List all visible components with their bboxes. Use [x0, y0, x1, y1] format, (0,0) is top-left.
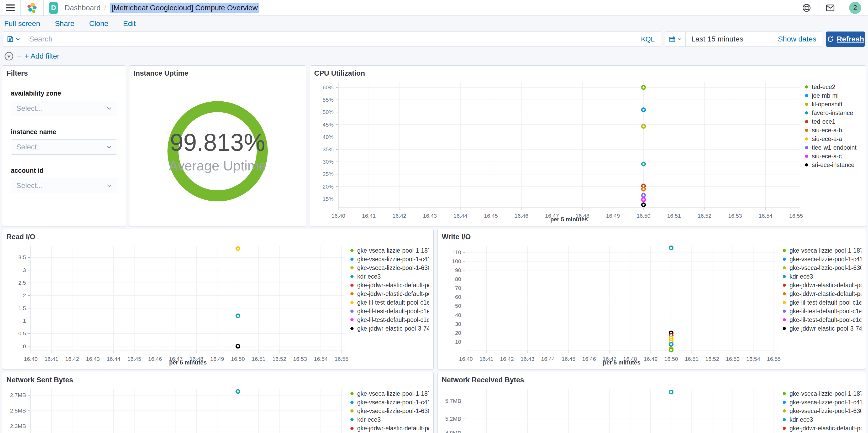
account-id-select[interactable]: Select... [11, 178, 117, 193]
legend-item[interactable]: gke-lil-test-default-pool-c1e... [783, 317, 862, 323]
legend-dot-icon [783, 392, 786, 395]
legend-item[interactable]: gke-vseca-lizzie-pool-1-1877... [350, 248, 429, 253]
legend-label: joe-mb-ml [812, 92, 839, 99]
clone-link[interactable]: Clone [89, 20, 108, 28]
legend-item[interactable]: gke-vseca-lizzie-pool-1-c417... [350, 256, 429, 262]
data-point [236, 390, 240, 393]
legend-item[interactable]: ted-ece2 [805, 84, 862, 90]
edit-link[interactable]: Edit [123, 20, 136, 28]
legend-item[interactable]: gke-jddwr-elastic-default-po... [350, 291, 429, 297]
legend-item[interactable]: kdr-ece3 [783, 417, 862, 423]
legend-item[interactable]: gke-vseca-lizzie-pool-1-c417... [783, 256, 862, 262]
legend-label: gke-jddwr-elastic-pool-3-74... [789, 325, 862, 332]
select-placeholder: Select... [16, 181, 106, 190]
show-dates-button[interactable]: Show dates [778, 35, 822, 43]
write-io-chart: 16:4016:4116:4216:4316:4416:4516:4616:47… [442, 242, 862, 367]
legend-item[interactable]: siu-ece-a-a [805, 136, 862, 142]
legend-item[interactable]: favero-instance [805, 110, 862, 116]
legend-item[interactable]: gke-jddwr-elastic-default-po... [350, 425, 429, 431]
legend-item[interactable]: gke-lil-test-default-pool-c1e... [350, 299, 429, 306]
legend-item[interactable]: gke-vseca-lizzie-pool-1-630... [783, 408, 862, 414]
legend-item[interactable]: joe-mb-ml [805, 93, 862, 98]
data-point [642, 198, 645, 201]
data-point [670, 390, 673, 394]
instance-name-select[interactable]: Select... [11, 139, 117, 155]
legend-item[interactable]: gke-lil-test-default-pool-c1e... [783, 299, 862, 306]
legend-item[interactable]: gke-jddwr-elastic-default-po... [783, 425, 862, 431]
query-language-button[interactable]: KQL [641, 35, 661, 43]
quick-select-menu-button[interactable] [665, 32, 686, 47]
help-button[interactable] [795, 0, 818, 16]
legend-item[interactable]: gke-jddwr-elastic-default-po... [783, 282, 862, 288]
filter-field-account-id: account id Select... [11, 167, 117, 193]
legend-item[interactable]: gke-lil-test-default-pool-c1e... [350, 308, 429, 314]
legend-item[interactable]: ted-ece1 [805, 119, 862, 124]
legend-item[interactable]: gke-jddwr-elastic-pool-3-74... [350, 326, 429, 331]
legend-item[interactable]: gke-vseca-lizzie-pool-1-1877... [783, 248, 862, 253]
chart-canvas: 16:4016:4116:4216:4316:4416:4516:4616:47… [6, 242, 350, 367]
space-badge[interactable]: D [49, 2, 58, 13]
legend-label: gke-lil-test-default-pool-c1e... [357, 308, 429, 315]
legend-item[interactable]: gke-vseca-lizzie-pool-1-630... [350, 408, 429, 414]
x-axis-tick-label: 16:41 [479, 356, 493, 362]
data-point [642, 86, 645, 89]
legend-item[interactable]: siu-ece-a-c [805, 153, 862, 159]
y-axis-tick-label: 2 [23, 292, 26, 298]
search-input[interactable]: Search [23, 35, 641, 43]
legend-label: gke-lil-test-default-pool-c1e... [357, 316, 429, 323]
y-axis-tick-label: 100 [452, 258, 461, 264]
save-icon [6, 35, 14, 43]
time-range-value[interactable]: Last 15 minutes [686, 35, 743, 43]
legend-dot-icon [783, 401, 786, 404]
legend-item[interactable]: sri-ece-instance [805, 162, 862, 168]
legend-item[interactable]: tlee-w1-endpoint [805, 145, 862, 150]
y-axis-tick-label: 10 [455, 339, 461, 345]
refresh-button[interactable]: Refresh [826, 31, 865, 47]
divider [21, 0, 21, 16]
legend-item[interactable]: kdr-ece3 [350, 417, 429, 423]
x-axis-tick-label: 16:55 [335, 356, 348, 362]
full-screen-link[interactable]: Full screen [4, 20, 40, 28]
legend-dot-icon [783, 275, 786, 278]
legend-item[interactable]: siu-ece-a-b [805, 127, 862, 133]
legend-item[interactable]: gke-vseca-lizzie-pool-1-630... [783, 265, 862, 271]
legend-item[interactable]: gke-vseca-lizzie-pool-1-c417... [783, 399, 862, 405]
legend-label: ted-ece1 [812, 118, 835, 125]
legend-label: gke-lil-test-default-pool-c1e... [357, 299, 429, 306]
legend-item[interactable]: kdr-ece3 [350, 273, 429, 279]
x-axis-tick-label: 16:44 [106, 356, 121, 362]
filter-icon[interactable] [4, 51, 14, 61]
legend-label: kdr-ece3 [789, 416, 813, 423]
newsfeed-button[interactable] [818, 0, 842, 16]
select-placeholder: Select... [16, 104, 106, 113]
availability-zone-select[interactable]: Select... [11, 101, 117, 116]
x-axis-tick-label: 16:52 [698, 213, 712, 219]
page-title[interactable]: [Metricbeat Googlecloud] Compute Overvie… [110, 3, 259, 13]
elastic-logo-icon[interactable] [27, 2, 37, 13]
legend-item[interactable]: gke-vseca-lizzie-pool-1-630... [350, 265, 429, 271]
add-filter-button[interactable]: + Add filter [25, 52, 60, 60]
y-axis-tick-label: 2.5MB [10, 407, 26, 413]
legend-item[interactable]: gke-jddwr-elastic-default-po... [350, 282, 429, 288]
legend-item[interactable]: gke-lil-test-default-pool-c1e... [783, 308, 862, 314]
share-link[interactable]: Share [55, 20, 74, 28]
legend-dot-icon [350, 327, 353, 330]
legend-item[interactable]: lil-openshift [805, 102, 862, 107]
legend-item[interactable]: gke-vseca-lizzie-pool-1-1877... [350, 391, 429, 397]
legend-item[interactable]: gke-vseca-lizzie-pool-1-1877... [783, 391, 862, 397]
data-point [236, 314, 240, 317]
breadcrumb-dashboard[interactable]: Dashboard [65, 4, 100, 12]
legend-item[interactable]: gke-vseca-lizzie-pool-1-c417... [350, 399, 429, 405]
legend-item[interactable]: gke-jddwr-elastic-default-po... [783, 291, 862, 297]
legend-item[interactable]: kdr-ece3 [783, 273, 862, 279]
menu-icon[interactable] [6, 4, 15, 11]
panel-network-sent-bytes: Network Sent Bytes 16:4016:4116:4216:431… [2, 372, 434, 433]
x-axis-label: per 5 minutes [169, 359, 207, 366]
legend-item[interactable]: gke-jddwr-elastic-pool-3-74... [783, 326, 862, 331]
legend-item[interactable]: gke-lil-test-default-pool-c1e... [350, 317, 429, 323]
dashboard-toolbar: Full screen Share Clone Edit [0, 16, 868, 30]
chevron-down-icon [16, 37, 20, 41]
account-button[interactable]: 2 [842, 0, 862, 16]
legend-label: gke-lil-test-default-pool-c1e... [789, 308, 862, 315]
saved-query-menu-button[interactable] [3, 32, 23, 47]
